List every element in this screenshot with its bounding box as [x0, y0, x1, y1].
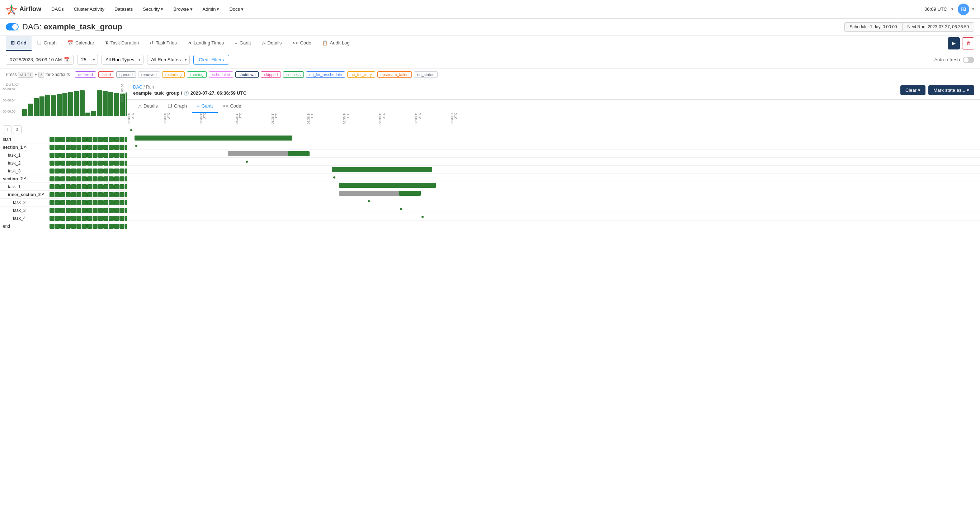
badge-shutdown[interactable]: shutdown [235, 71, 259, 78]
task-cell[interactable] [87, 160, 92, 166]
task-cell[interactable] [82, 208, 87, 213]
user-avatar[interactable]: FB [958, 3, 969, 15]
task-row-start[interactable]: start [0, 135, 127, 143]
nav-browse[interactable]: Browse ▾ [169, 4, 197, 14]
task-cell[interactable] [76, 216, 81, 221]
task-cell[interactable] [103, 192, 108, 197]
task-cell[interactable] [60, 200, 65, 205]
task-cell[interactable] [60, 160, 65, 166]
task-cell[interactable] [103, 137, 108, 142]
task-cell[interactable] [66, 137, 71, 142]
task-cell[interactable] [114, 153, 119, 158]
task-cell[interactable] [92, 208, 97, 213]
play-button[interactable]: ▶ [948, 37, 960, 49]
task-cell[interactable] [55, 137, 60, 142]
task-cell[interactable] [82, 216, 87, 221]
task-cell[interactable] [125, 145, 127, 150]
task-cell[interactable] [60, 168, 65, 173]
task-row-s1-t1[interactable]: task_1 [0, 151, 127, 159]
nav-datasets[interactable]: Datasets [110, 4, 137, 14]
task-cell[interactable] [98, 145, 103, 150]
task-row-is2-t3[interactable]: task_3 [0, 206, 127, 214]
task-cell[interactable] [60, 137, 65, 142]
badge-upstream-failed[interactable]: upstream_failed [377, 71, 412, 78]
task-cell[interactable] [60, 208, 65, 213]
task-cell[interactable] [125, 184, 127, 189]
task-cell[interactable] [92, 168, 97, 173]
delete-button[interactable]: 🗑 [962, 37, 974, 49]
badge-restarting[interactable]: restarting [162, 71, 185, 78]
task-cell[interactable] [98, 160, 103, 166]
task-cell[interactable] [119, 160, 124, 166]
task-cell[interactable] [114, 208, 119, 213]
task-cell[interactable] [71, 200, 76, 205]
task-cell[interactable] [119, 137, 124, 142]
task-cell[interactable] [82, 176, 87, 181]
task-cell[interactable] [76, 153, 81, 158]
task-cell[interactable] [98, 184, 103, 189]
clear-filters-button[interactable]: Clear Filters [193, 55, 229, 65]
task-cell[interactable] [60, 192, 65, 197]
nav-dags[interactable]: DAGs [47, 4, 68, 14]
task-cell[interactable] [87, 200, 92, 205]
task-row-section2[interactable]: section_2 ^ [0, 175, 127, 183]
task-cell[interactable] [114, 216, 119, 221]
tab-details[interactable]: △ Details [257, 36, 287, 51]
task-row-end[interactable]: end [0, 222, 127, 230]
task-row-is2-t4[interactable]: task_4 [0, 214, 127, 222]
task-cell[interactable] [114, 145, 119, 150]
task-cell[interactable] [60, 145, 65, 150]
task-cell[interactable] [55, 176, 60, 181]
tab-task-tries[interactable]: ↺ Task Tries [145, 36, 182, 51]
task-cell[interactable] [103, 184, 108, 189]
task-cell[interactable] [60, 184, 65, 189]
task-cell[interactable] [119, 224, 124, 229]
task-cell[interactable] [82, 137, 87, 142]
task-cell[interactable] [71, 137, 76, 142]
task-row-s1-t3[interactable]: task_3 [0, 167, 127, 175]
tab-code[interactable]: <> Code [287, 36, 316, 51]
task-cell[interactable] [125, 160, 127, 166]
task-cell[interactable] [114, 176, 119, 181]
mark-state-button[interactable]: Mark state as... ▾ [928, 85, 974, 95]
task-cell[interactable] [114, 200, 119, 205]
task-cell[interactable] [109, 168, 114, 173]
task-cell[interactable] [103, 168, 108, 173]
task-cell[interactable] [103, 216, 108, 221]
task-cell[interactable] [103, 160, 108, 166]
task-cell[interactable] [76, 176, 81, 181]
task-cell[interactable] [55, 160, 60, 166]
detail-tab-details[interactable]: △ Details [133, 100, 163, 113]
task-cell[interactable] [49, 176, 54, 181]
task-cell[interactable] [71, 208, 76, 213]
task-cell[interactable] [66, 200, 71, 205]
task-cell[interactable] [119, 176, 124, 181]
dag-toggle[interactable] [6, 23, 19, 30]
task-cell[interactable] [76, 200, 81, 205]
badge-running[interactable]: running [187, 71, 207, 78]
task-cell[interactable] [49, 192, 54, 197]
task-cell[interactable] [76, 184, 81, 189]
task-cell[interactable] [98, 168, 103, 173]
task-cell[interactable] [66, 192, 71, 197]
tab-audit-log[interactable]: 📋 Audit Log [317, 36, 355, 51]
task-cell[interactable] [87, 192, 92, 197]
badge-deferred[interactable]: deferred [75, 71, 96, 78]
task-cell[interactable] [103, 200, 108, 205]
task-cell[interactable] [92, 200, 97, 205]
task-cell[interactable] [87, 208, 92, 213]
task-cell[interactable] [66, 176, 71, 181]
task-cell[interactable] [98, 192, 103, 197]
task-cell[interactable] [71, 160, 76, 166]
task-cell[interactable] [71, 168, 76, 173]
task-cell[interactable] [71, 192, 76, 197]
task-cell[interactable] [103, 208, 108, 213]
task-cell[interactable] [87, 145, 92, 150]
badge-no-status[interactable]: no_status [414, 71, 438, 78]
task-cell[interactable] [119, 208, 124, 213]
task-cell[interactable] [49, 153, 54, 158]
task-cell[interactable] [66, 224, 71, 229]
task-cell[interactable] [109, 176, 114, 181]
task-cell[interactable] [82, 224, 87, 229]
task-cell[interactable] [66, 216, 71, 221]
